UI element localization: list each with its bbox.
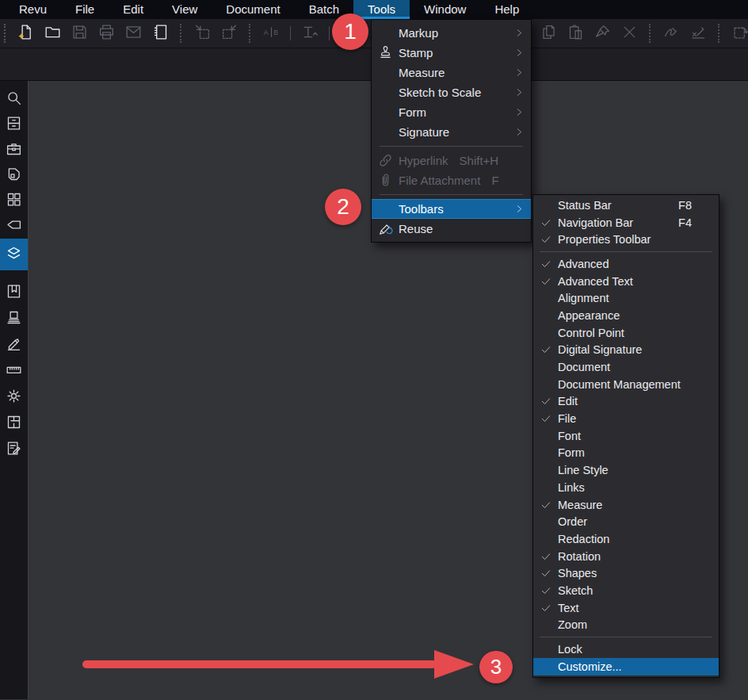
toolbar-print[interactable] bbox=[93, 22, 120, 44]
tools-menu-item-signature[interactable]: Signature bbox=[372, 122, 531, 142]
submenu-item-navigation-bar[interactable]: Navigation Bar F4 bbox=[533, 214, 719, 231]
menu-view[interactable]: View bbox=[158, 0, 212, 19]
toolbar-extract-pages[interactable] bbox=[216, 22, 242, 44]
toolbar-new-document[interactable] bbox=[12, 22, 39, 44]
submenu-item-font[interactable]: Font bbox=[533, 427, 719, 445]
submenu-item-order[interactable]: Order bbox=[533, 513, 719, 530]
annotation-step-number: 2 bbox=[337, 194, 349, 220]
submenu-item-lock[interactable]: Lock bbox=[533, 641, 719, 658]
toolbar-revert-snapshot[interactable] bbox=[727, 22, 748, 44]
panel-tab-bookmarks[interactable] bbox=[0, 280, 28, 306]
toolbar-divider bbox=[329, 26, 330, 40]
submenu-item-redaction[interactable]: Redaction bbox=[533, 530, 719, 548]
panel-tab-thumbnails[interactable] bbox=[0, 188, 28, 213]
panel-tab-sets[interactable] bbox=[0, 306, 28, 332]
submenu-item-label: Document bbox=[558, 361, 610, 373]
spaces-icon bbox=[6, 414, 22, 434]
submenu-item-edit[interactable]: Edit bbox=[533, 393, 719, 411]
panel-tab-properties[interactable] bbox=[0, 384, 28, 411]
submenu-item-rotation[interactable]: Rotation bbox=[533, 548, 719, 565]
menu-item-label: Help bbox=[494, 2, 519, 16]
panel-tab-file-access[interactable] bbox=[0, 112, 28, 137]
checkmark-icon bbox=[533, 276, 558, 287]
tools-menu-item-reuse[interactable]: Reuse bbox=[372, 219, 531, 239]
submenu-separator bbox=[540, 251, 712, 252]
menu-document[interactable]: Document bbox=[212, 0, 294, 19]
panel-tab-search[interactable] bbox=[0, 86, 28, 112]
menu-bar: Revu File Edit View Document Batch Tools… bbox=[0, 0, 748, 19]
submenu-item-properties-toolbar[interactable]: Properties Toolbar bbox=[533, 231, 719, 248]
panel-tab-studio[interactable] bbox=[0, 163, 28, 188]
submenu-item-document-management[interactable]: Document Management bbox=[533, 376, 719, 393]
menu-separator bbox=[380, 146, 523, 147]
toolbar-email[interactable] bbox=[120, 22, 147, 44]
submenu-item-line-style[interactable]: Line Style bbox=[533, 461, 719, 479]
toolbar-copy[interactable] bbox=[535, 22, 562, 44]
tools-menu-item-file-attachment[interactable]: File Attachment F bbox=[372, 170, 531, 190]
tools-menu-item-toolbars[interactable]: Toolbars bbox=[372, 199, 531, 219]
submenu-item-label: Edit bbox=[558, 395, 578, 407]
toolbar-open-folder[interactable] bbox=[39, 22, 66, 44]
panel-tab-signatures[interactable] bbox=[0, 332, 28, 358]
toolbar-toolbar-drag-handle[interactable] bbox=[4, 24, 6, 43]
submenu-item-measure[interactable]: Measure bbox=[533, 496, 719, 514]
panel-tab-layers[interactable] bbox=[0, 239, 28, 270]
submenu-item-document[interactable]: Document bbox=[533, 358, 719, 376]
menu-tools[interactable]: Tools bbox=[353, 0, 410, 19]
toolbar-separator bbox=[249, 24, 251, 43]
menu-file[interactable]: File bbox=[61, 0, 109, 19]
tools-menu-item-markup[interactable]: Markup bbox=[372, 23, 531, 43]
menu-item-label: File bbox=[75, 2, 94, 16]
tools-menu-item-form[interactable]: Form bbox=[372, 102, 531, 122]
menu-edit[interactable]: Edit bbox=[109, 0, 158, 19]
toolbar-insert-pages[interactable] bbox=[189, 22, 216, 44]
submenu-item-label: Lock bbox=[558, 643, 582, 656]
submenu-item-appearance[interactable]: Appearance bbox=[533, 307, 719, 324]
submenu-item-advanced-text[interactable]: Advanced Text bbox=[533, 273, 719, 290]
panel-tab-tag[interactable] bbox=[0, 213, 28, 239]
submenu-item-shapes[interactable]: Shapes bbox=[533, 564, 719, 582]
tools-menu-item-measure[interactable]: Measure bbox=[372, 63, 531, 82]
menu-window[interactable]: Window bbox=[410, 0, 480, 19]
submenu-chevron-icon bbox=[514, 127, 525, 137]
menu-item-label: Tools bbox=[368, 2, 395, 16]
measurements-icon bbox=[6, 361, 22, 381]
tools-menu-item-sketch-to-scale[interactable]: Sketch to Scale bbox=[372, 82, 531, 102]
submenu-item-zoom[interactable]: Zoom bbox=[533, 617, 719, 634]
menu-revu[interactable]: Revu bbox=[5, 0, 61, 19]
toolbar-delete-x[interactable] bbox=[616, 22, 643, 44]
submenu-item-form[interactable]: Form bbox=[533, 445, 719, 462]
tools-menu-item-hyperlink[interactable]: Hyperlink Shift+H bbox=[372, 151, 531, 170]
menu-item-shortcut: Shift+H bbox=[460, 154, 499, 167]
submenu-item-alignment[interactable]: Alignment bbox=[533, 289, 719, 307]
toolbar-ocr-text[interactable] bbox=[296, 22, 323, 44]
submenu-item-label: Line Style bbox=[558, 464, 609, 476]
panel-tab-spaces[interactable] bbox=[0, 411, 28, 437]
toolbar-profile-notebook[interactable] bbox=[147, 22, 174, 44]
submenu-item-digital-signature[interactable]: Digital Signature bbox=[533, 342, 719, 359]
submenu-item-control-point[interactable]: Control Point bbox=[533, 324, 719, 342]
toolbar-sign-document[interactable] bbox=[685, 22, 712, 44]
submenu-item-customize[interactable]: Customize... bbox=[533, 658, 719, 675]
tag-icon bbox=[6, 216, 22, 236]
profile-notebook-icon bbox=[152, 24, 169, 44]
toolbar-save[interactable] bbox=[66, 22, 93, 44]
submenu-item-sketch[interactable]: Sketch bbox=[533, 582, 719, 599]
menu-item-label: Sketch to Scale bbox=[399, 86, 481, 99]
submenu-item-file[interactable]: File bbox=[533, 410, 719, 427]
submenu-item-text[interactable]: Text bbox=[533, 599, 719, 617]
toolbar-paste[interactable] bbox=[562, 22, 589, 44]
toolbars-submenu: Status Bar F8 Navigation Bar F4 Properti… bbox=[532, 194, 719, 678]
toolbar-compare-ab[interactable]: AB bbox=[258, 22, 284, 44]
toolbar-format-paint[interactable] bbox=[589, 22, 616, 44]
panel-tab-markups-list[interactable] bbox=[0, 437, 28, 463]
toolbar-apply-signature[interactable] bbox=[658, 22, 685, 44]
panel-tab-measurements[interactable] bbox=[0, 358, 28, 384]
submenu-item-links[interactable]: Links bbox=[533, 479, 719, 496]
submenu-item-status-bar[interactable]: Status Bar F8 bbox=[533, 197, 719, 214]
tools-menu-item-stamp[interactable]: Stamp bbox=[372, 43, 531, 63]
submenu-item-advanced[interactable]: Advanced bbox=[533, 255, 719, 273]
menu-help[interactable]: Help bbox=[480, 0, 533, 19]
sign-document-icon bbox=[690, 24, 707, 44]
panel-tab-tool-chest[interactable] bbox=[0, 137, 28, 163]
